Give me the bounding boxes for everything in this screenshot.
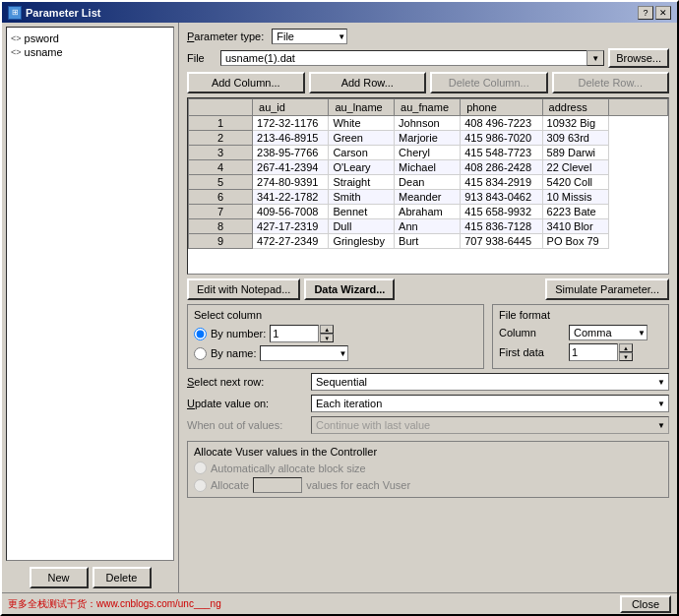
allocate-manual-label: Allocate [211, 479, 249, 491]
cell-au-lname: Dull [329, 219, 395, 234]
row-num: 1 [189, 116, 253, 131]
col-header-num [189, 99, 253, 116]
new-button[interactable]: New [30, 567, 89, 588]
first-data-down[interactable]: ▼ [619, 352, 633, 361]
status-close-button[interactable]: Close [620, 595, 671, 613]
by-number-label: By number: [211, 328, 266, 339]
by-number-spin: ▲ ▼ [270, 325, 334, 342]
update-value-combo[interactable]: Each iteration Each occurrence [311, 395, 669, 412]
data-wizard-button[interactable]: Data Wizard... [304, 278, 395, 300]
by-name-combo-wrapper [260, 345, 348, 361]
table-row[interactable]: 5 274-80-9391 Straight Dean 415 834-2919… [189, 175, 668, 190]
first-data-input[interactable] [569, 343, 618, 361]
by-name-combo[interactable] [260, 345, 348, 361]
allocate-title: Allocate Vuser values in the Controller [194, 446, 662, 458]
col-header-au-lname[interactable]: au_lname [329, 99, 395, 116]
left-panel: <> psword <> usname New Delete [2, 23, 179, 592]
cell-au-lname: Smith [329, 190, 395, 205]
by-name-row: By name: [194, 345, 477, 361]
file-row: File usname(1).dat ▼ Browse... [187, 48, 669, 68]
edit-notepad-button[interactable]: Edit with Notepad... [187, 278, 300, 300]
cell-address: 5420 Coll [542, 175, 608, 190]
select-next-row-combo[interactable]: Sequential Random Same Line [311, 373, 669, 391]
cell-address: 6223 Bate [542, 205, 608, 219]
row-num: 3 [189, 146, 253, 160]
cell-address: 10 Missis [542, 190, 608, 205]
col-header-au-fname[interactable]: au_fname [395, 99, 461, 116]
allocate-manual-input [253, 477, 302, 493]
delete-row-button[interactable]: Delete Row... [552, 72, 670, 93]
row-num: 2 [189, 131, 253, 146]
help-button[interactable]: ? [638, 6, 653, 20]
by-number-row: By number: ▲ ▼ [194, 325, 477, 342]
allocate-manual-suffix: values for each Vuser [306, 479, 410, 491]
tree-item-usname[interactable]: <> usname [11, 45, 169, 59]
first-data-up[interactable]: ▲ [619, 343, 633, 352]
allocate-auto-row: Automatically allocate block size [194, 462, 662, 474]
update-value-combo-wrapper: Each iteration Each occurrence [311, 395, 669, 412]
table-row[interactable]: 4 267-41-2394 O'Leary Michael 408 286-24… [189, 160, 668, 175]
col-header-address[interactable]: address [542, 99, 608, 116]
simulate-param-button[interactable]: Simulate Parameter... [545, 278, 669, 300]
cell-au-fname: Burt [395, 234, 461, 249]
table-row[interactable]: 9 472-27-2349 Gringlesby Burt 707 938-64… [189, 234, 668, 249]
tools-row: Edit with Notepad... Data Wizard... Simu… [187, 278, 669, 300]
column-format-label: Column [499, 327, 563, 339]
params-row: Select column By number: ▲ ▼ [187, 304, 669, 369]
file-format-title: File format [499, 309, 662, 321]
table-row[interactable]: 3 238-95-7766 Carson Cheryl 415 548-7723… [189, 146, 668, 160]
cell-phone: 415 548-7723 [461, 146, 542, 160]
col-header-au-id[interactable]: au_id [253, 99, 329, 116]
allocate-box: Allocate Vuser values in the Controller … [187, 441, 669, 498]
col-header-phone[interactable]: phone [461, 99, 542, 116]
param-type-select[interactable]: File Number Date/Time Group [272, 29, 347, 44]
cell-phone: 408 286-2428 [461, 160, 542, 175]
cell-au-fname: Michael [395, 160, 461, 175]
table-row[interactable]: 8 427-17-2319 Dull Ann 415 836-7128 3410… [189, 219, 668, 234]
cell-au-fname: Dean [395, 175, 461, 190]
column-format-row: Column Comma Tab Space [499, 325, 662, 340]
tree-label-usname: usname [25, 46, 63, 58]
delete-column-button[interactable]: Delete Column... [430, 72, 548, 93]
by-name-label: By name: [211, 347, 256, 359]
cell-address: 589 Darwi [542, 146, 608, 160]
add-row-button[interactable]: Add Row... [309, 72, 427, 93]
by-number-input[interactable] [270, 325, 319, 342]
file-combo-arrow[interactable]: ▼ [586, 50, 604, 66]
table-row[interactable]: 2 213-46-8915 Green Marjorie 415 986-702… [189, 131, 668, 146]
action-buttons-row: Add Column... Add Row... Delete Column..… [187, 72, 669, 93]
param-type-label: Parameter type: [187, 31, 264, 42]
close-button[interactable]: ✕ [655, 6, 671, 20]
when-out-row: When out of values: Continue with last v… [187, 416, 669, 434]
when-out-combo[interactable]: Continue with last value [311, 416, 669, 434]
browse-button[interactable]: Browse... [608, 48, 669, 68]
tree-label-psword: psword [25, 32, 59, 44]
cell-au-id: 267-41-2394 [253, 160, 329, 175]
file-label: File [187, 52, 216, 64]
tree-item-psword[interactable]: <> psword [11, 31, 169, 45]
cell-phone: 707 938-6445 [461, 234, 542, 249]
cell-au-fname: Marjorie [395, 131, 461, 146]
table-row[interactable]: 7 409-56-7008 Bennet Abraham 415 658-993… [189, 205, 668, 219]
tree-icon-usname: <> [11, 47, 22, 57]
add-column-button[interactable]: Add Column... [187, 72, 305, 93]
column-format-combo[interactable]: Comma Tab Space [569, 325, 648, 340]
by-number-down[interactable]: ▼ [320, 334, 334, 342]
cell-au-lname: Carson [329, 146, 395, 160]
column-format-combo-wrapper: Comma Tab Space [569, 325, 648, 340]
by-name-radio[interactable] [194, 347, 207, 360]
first-data-row: First data ▲ ▼ [499, 343, 662, 361]
allocate-manual-row: Allocate values for each Vuser [194, 477, 662, 493]
by-number-radio[interactable] [194, 328, 207, 340]
update-value-label: Update value on: [187, 398, 305, 409]
table-row[interactable]: 6 341-22-1782 Smith Meander 913 843-0462… [189, 190, 668, 205]
select-column-title: Select column [194, 309, 477, 321]
by-number-up[interactable]: ▲ [320, 325, 334, 334]
data-table-container[interactable]: au_id au_lname au_fname phone address 1 … [187, 97, 669, 275]
file-combo[interactable]: usname(1).dat [220, 50, 604, 66]
delete-button[interactable]: Delete [93, 567, 152, 588]
cell-au-id: 213-46-8915 [253, 131, 329, 146]
cell-au-lname: Straight [329, 175, 395, 190]
cell-au-fname: Meander [395, 190, 461, 205]
table-row[interactable]: 1 172-32-1176 White Johnson 408 496-7223… [189, 116, 668, 131]
